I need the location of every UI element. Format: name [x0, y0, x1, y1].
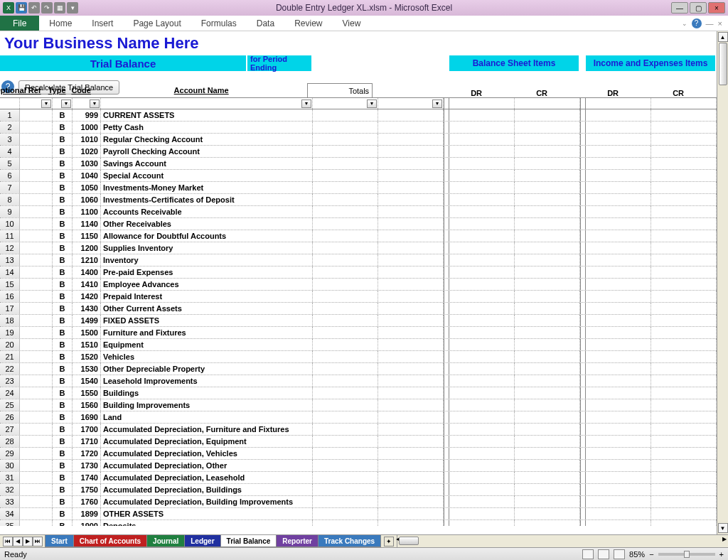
- table-row[interactable]: 20B1510Equipment: [0, 339, 728, 351]
- cell-account-name[interactable]: OTHER ASSETS: [101, 508, 313, 519]
- table-row[interactable]: 35B1900Deposits: [0, 520, 728, 526]
- cell-type[interactable]: B: [53, 170, 73, 181]
- cell-ie-cr[interactable]: [651, 399, 717, 411]
- cell-code[interactable]: 1560: [73, 399, 101, 411]
- cell-bs-dr[interactable]: [449, 158, 515, 169]
- row-header[interactable]: 30: [0, 460, 20, 471]
- cell-type[interactable]: B: [53, 254, 73, 266]
- table-row[interactable]: 30B1730Accumulated Depreciation, Other: [0, 460, 728, 472]
- cell-ref[interactable]: [20, 424, 53, 435]
- cell-code[interactable]: 1760: [73, 496, 101, 507]
- cell-account-name[interactable]: Furniture and Fixtures: [101, 327, 313, 338]
- table-row[interactable]: 15B1410Employee Advances: [0, 279, 728, 291]
- cell-ie-cr[interactable]: [651, 134, 717, 145]
- cell-type[interactable]: B: [53, 387, 73, 399]
- cell-ref[interactable]: [20, 484, 53, 495]
- cell-bs-cr[interactable]: [515, 351, 580, 362]
- cell-bs-cr[interactable]: [515, 206, 580, 217]
- cell-cr[interactable]: [378, 109, 444, 121]
- row-header[interactable]: 5: [0, 158, 20, 169]
- cell-bs-cr[interactable]: [515, 363, 580, 375]
- cell-code[interactable]: 1520: [73, 351, 101, 362]
- sheet-tab-trial-balance[interactable]: Trial Balance: [220, 535, 277, 547]
- ribbon-tab-view[interactable]: View: [333, 16, 371, 31]
- sheet-tab-reporter[interactable]: Reporter: [276, 535, 318, 547]
- cell-bs-dr[interactable]: [449, 448, 515, 459]
- scroll-up-icon[interactable]: ▲: [718, 32, 728, 42]
- cell-bs-dr[interactable]: [449, 230, 515, 242]
- cell-account-name[interactable]: FIXED ASSETS: [101, 315, 313, 326]
- cell-ref[interactable]: [20, 230, 53, 242]
- cell-ref[interactable]: [20, 448, 53, 459]
- cell-bs-dr[interactable]: [449, 496, 515, 507]
- cell-account-name[interactable]: Inventory: [101, 254, 313, 266]
- cell-account-name[interactable]: Regular Checking Account: [101, 134, 313, 145]
- filter-dropdown[interactable]: ▼: [90, 99, 100, 108]
- cell-dr[interactable]: [313, 279, 378, 290]
- filter-dropdown[interactable]: ▼: [41, 99, 51, 108]
- cell-cr[interactable]: [378, 436, 444, 447]
- row-header[interactable]: 19: [0, 327, 20, 338]
- cell-ie-cr[interactable]: [651, 327, 717, 338]
- cell-type[interactable]: B: [53, 194, 73, 205]
- cell-bs-cr[interactable]: [515, 399, 580, 411]
- cell-account-name[interactable]: Equipment: [101, 339, 313, 350]
- row-header[interactable]: 4: [0, 146, 20, 157]
- cell-type[interactable]: B: [53, 424, 73, 435]
- table-row[interactable]: 10B1140Other Receivables: [0, 218, 728, 230]
- cell-cr[interactable]: [378, 496, 444, 507]
- cell-bs-cr[interactable]: [515, 134, 580, 145]
- cell-bs-dr[interactable]: [449, 266, 515, 278]
- row-header[interactable]: 11: [0, 230, 20, 242]
- row-header[interactable]: 26: [0, 411, 20, 423]
- cell-cr[interactable]: [378, 472, 444, 483]
- cell-cr[interactable]: [378, 206, 444, 217]
- cell-bs-cr[interactable]: [515, 448, 580, 459]
- cell-bs-cr[interactable]: [515, 158, 580, 169]
- cell-cr[interactable]: [378, 303, 444, 314]
- cell-account-name[interactable]: Investments-Certificates of Deposit: [101, 194, 313, 205]
- sheet-nav-prev[interactable]: ◀: [13, 537, 23, 546]
- cell-ie-dr[interactable]: [586, 146, 651, 157]
- row-header[interactable]: 32: [0, 484, 20, 495]
- cell-ref[interactable]: [20, 472, 53, 483]
- cell-type[interactable]: B: [53, 460, 73, 471]
- cell-cr[interactable]: [378, 508, 444, 519]
- cell-ref[interactable]: [20, 496, 53, 507]
- cell-code[interactable]: 1500: [73, 327, 101, 338]
- table-row[interactable]: 19B1500Furniture and Fixtures: [0, 327, 728, 339]
- row-header[interactable]: 12: [0, 242, 20, 254]
- cell-ref[interactable]: [20, 460, 53, 471]
- row-header[interactable]: 34: [0, 508, 20, 519]
- cell-bs-dr[interactable]: [449, 399, 515, 411]
- cell-cr[interactable]: [378, 122, 444, 133]
- sheet-tab-ledger[interactable]: Ledger: [184, 535, 220, 547]
- cell-ie-cr[interactable]: [651, 182, 717, 193]
- cell-ref[interactable]: [20, 387, 53, 399]
- cell-account-name[interactable]: Deposits: [101, 520, 313, 526]
- table-row[interactable]: 17B1430Other Current Assets: [0, 303, 728, 315]
- cell-ref[interactable]: [20, 122, 53, 133]
- cell-dr[interactable]: [313, 351, 378, 362]
- cell-type[interactable]: B: [53, 484, 73, 495]
- cell-ie-cr[interactable]: [651, 436, 717, 447]
- row-header[interactable]: 8: [0, 194, 20, 205]
- cell-cr[interactable]: [378, 351, 444, 362]
- cell-ref[interactable]: [20, 436, 53, 447]
- row-header[interactable]: 23: [0, 375, 20, 387]
- cell-ie-cr[interactable]: [651, 194, 717, 205]
- qat-icon[interactable]: ▾: [67, 2, 78, 14]
- cell-ie-cr[interactable]: [651, 448, 717, 459]
- sheet-tab-journal[interactable]: Journal: [146, 535, 185, 547]
- sheet-tab-chart-of-accounts[interactable]: Chart of Accounts: [73, 535, 147, 547]
- cell-bs-cr[interactable]: [515, 218, 580, 230]
- row-header[interactable]: 31: [0, 472, 20, 483]
- row-header[interactable]: 24: [0, 387, 20, 399]
- cell-cr[interactable]: [378, 254, 444, 266]
- cell-cr[interactable]: [378, 194, 444, 205]
- cell-account-name[interactable]: CURRENT ASSETS: [101, 109, 313, 121]
- filter-dropdown[interactable]: ▼: [367, 99, 377, 108]
- cell-dr[interactable]: [313, 375, 378, 387]
- cell-ie-dr[interactable]: [586, 170, 651, 181]
- cell-code[interactable]: 999: [73, 109, 101, 121]
